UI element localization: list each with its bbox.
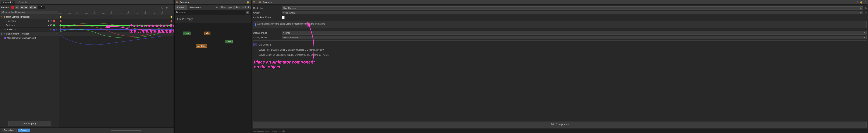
kf-y-end[interactable] [170,24,173,27]
tab-layers[interactable]: Layers [175,5,187,10]
pos-y-icon: ↕ [4,24,5,27]
question-icon[interactable]: ? [857,1,858,4]
base-layer-button[interactable]: Base Layer [220,6,234,9]
controller-gear-icon: ⚙ [860,7,862,9]
add-property-button[interactable]: Add Property [8,121,51,126]
controller-value[interactable]: Main Camera ⚙ [282,6,863,10]
tooltip-text: Automatically move the object using the … [257,22,325,27]
keyframe-icon[interactable]: ◈ [165,6,169,9]
lock-icon-animator[interactable]: 🔒 [246,1,249,4]
ruler-mark-10: 1:40 [144,11,147,14]
update-mode-row: Update Mode Normal ▼ [253,31,867,35]
pos-z-remove[interactable]: − [56,28,58,31]
layer-node-4[interactable]: Any State [196,44,207,48]
inspector-content-wrapper: Controller Main Camera ⚙ ◎ Avatar None (… [252,5,868,133]
animation-panel-header: Animation Console ⋮ [0,0,174,5]
timeline-scrollbar[interactable] [70,130,172,131]
animation-toolbar: Preview ⏮ ◀ ▶ ▶| ⏭ ◇ ◈ ↑ [0,5,174,10]
layer-node-1[interactable]: Entry [183,32,190,35]
animation-bottom-bar: Dopesheet Curves [0,128,174,133]
panel-menu-icon[interactable]: ⋮ [169,1,172,4]
timeline-line-z [60,29,172,30]
kf-z-end[interactable] [170,28,173,31]
inspector-lock-icon[interactable]: 🔒 [860,1,863,4]
pos-x-remove[interactable]: − [56,20,58,23]
pos-y-remove[interactable]: − [56,24,58,27]
layer-preview-area: Entry Idle Walk Any State [175,23,251,133]
inspector-animator-icon: ⚙ [259,1,261,4]
track-group-rotation[interactable]: ▶ ↻ Main Camera : Rotation − [0,32,59,36]
inspector-menu-icon[interactable]: ⋮ [864,1,867,4]
prev-frame-button[interactable]: ◀ [20,5,24,9]
culling-mode-chevron: ▼ [864,36,866,38]
info-icon: ℹ [255,23,256,27]
apply-root-motion-checkbox[interactable] [282,16,285,19]
curves-tab[interactable]: Curves [18,129,30,132]
track-remove-icon[interactable]: − [56,16,58,18]
end-button[interactable]: ⏭ [33,5,37,9]
animator-title: Animator [180,1,189,4]
kf-x-start[interactable] [59,20,62,22]
start-button[interactable]: ⏮ [16,5,19,9]
layer-node-2[interactable]: Idle [204,32,211,35]
inspector-header-icons: ? 🔒 ⋮ [857,1,867,4]
add-layer-button[interactable]: + [246,11,249,14]
animation-content: Camera_IntroMovement ▼ ⊕ Main Camera : P… [0,10,174,128]
next-frame-button[interactable]: ▶| [29,5,33,9]
culling-mode-value[interactable]: Always Animate ▼ [282,36,867,39]
tab-parameters[interactable]: Parameters [187,5,204,10]
timeline-row-rotation-group [59,32,174,36]
kf-y-start[interactable] [59,24,62,27]
update-mode-value[interactable]: Normal ▼ [282,31,867,35]
timeline-scrollbar-thumb[interactable] [111,130,141,131]
timeline-line-y [60,25,172,26]
rotation-remove[interactable]: − [56,33,58,35]
track-names-spacer [0,40,59,120]
layers-search-input[interactable] [179,11,245,14]
culling-mode-row: Culling Mode Always Animate ▼ [253,35,867,40]
controller-row: Controller Main Camera ⚙ ◎ [253,6,867,10]
add-keyframe-icon[interactable]: ↑ [169,6,173,9]
keyframe-start-group [59,16,62,18]
time-field[interactable] [38,6,45,9]
expand-arrow-rot: ▶ [1,33,2,35]
track-group-position[interactable]: ▼ ⊕ Main Camera : Position − [0,15,59,19]
track-group-rotation-label: Main Camera : Rotation [6,33,55,35]
play-button[interactable]: ▶ [24,5,28,9]
kf-x-end[interactable] [170,20,173,22]
record-button[interactable] [11,6,14,9]
apply-root-motion-label: Apply Root Motion [253,16,281,19]
animator-header-icons: 🔒 [246,1,249,4]
layer-node-3[interactable]: Walk [225,40,233,43]
tab-console[interactable]: Console [17,1,29,4]
inspector-content: Controller Main Camera ⚙ ◎ Avatar None (… [252,5,868,120]
cinemachine-remove[interactable]: − [56,37,58,39]
avatar-row: Avatar None (Avatar) ⚙ ◎ [253,10,867,15]
pos-z-color-dot [53,29,55,31]
curves-pos-info: Curves Pos: 2 Quat: 0 Euler: 2 Scale: 0 … [258,47,330,53]
dopesheet-tab[interactable]: Dopesheet [2,129,17,132]
clip-dropdown[interactable]: Camera_IntroMovement [1,11,58,14]
controller-label: Controller [253,7,281,9]
tab-animation[interactable]: Animation [1,1,15,4]
ruler-mark-3: 0:30 [85,11,88,14]
clip-info-text: Clip Count: 2 Curves Pos: 2 Quat: 0 Eule… [258,42,330,58]
auto-live-link-button[interactable]: Auto Live Link [235,6,251,9]
track-pos-y-value: 4.43 [44,24,52,27]
timeline-line-x [60,21,172,22]
diamond-icon[interactable]: ◇ [160,6,164,9]
update-mode-chevron: ▼ [864,32,866,34]
add-component-button[interactable]: Add Component [253,122,867,128]
kf-z-start[interactable] [59,28,62,31]
avatar-target-icon[interactable]: ◎ [865,11,867,14]
ruler-mark-4: 0:40 [93,11,96,14]
clip-selector-row: Camera_IntroMovement [0,10,59,15]
controller-target-icon[interactable]: ◎ [865,7,867,9]
avatar-value[interactable]: None (Avatar) ⚙ [282,11,863,14]
timeline-tracks[interactable] [59,15,174,128]
ruler-mark-2: 0:20 [76,11,79,14]
track-position-z: ⬡ Position.z -1.62 − [0,28,59,32]
eye-icon-layers[interactable]: 👁 [214,6,219,9]
track-position-y: ↕ Position.y 4.43 − [0,23,59,28]
inspector-title: Animator [263,1,272,4]
